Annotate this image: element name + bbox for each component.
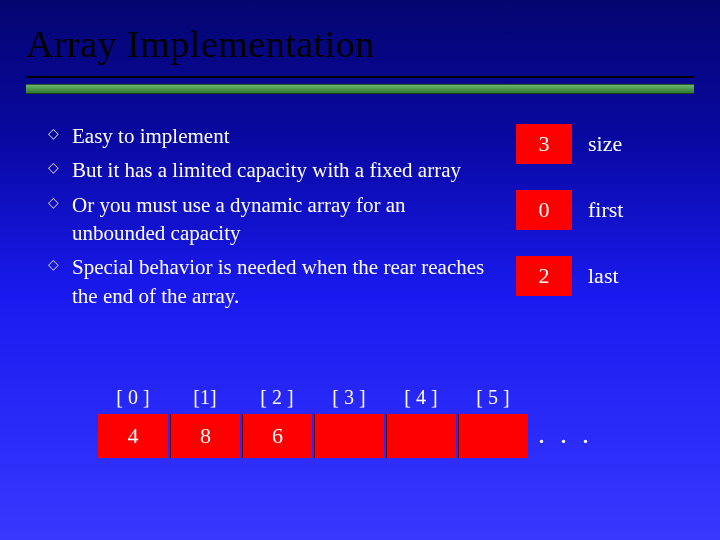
index-label: [1]	[170, 380, 240, 414]
value-label: last	[588, 263, 619, 289]
title-area: Array Implementation	[0, 0, 720, 72]
array-column: [ 3 ]	[314, 380, 384, 458]
array-column: [ 0 ] 4	[98, 380, 168, 458]
title-underline	[26, 76, 694, 78]
accent-bar	[26, 84, 694, 94]
array-cell: 8	[170, 414, 240, 458]
slide-title: Array Implementation	[26, 22, 700, 66]
bullet-item: ◇ Or you must use a dynamic array for an…	[48, 191, 498, 248]
array-column: [ 5 ]	[458, 380, 528, 458]
bullet-item: ◇ But it has a limited capacity with a f…	[48, 156, 498, 184]
bullet-item: ◇ Easy to implement	[48, 122, 498, 150]
ellipsis: . . .	[530, 380, 593, 450]
bullet-text: Or you must use a dynamic array for an u…	[72, 191, 498, 248]
side-row-first: 0 first	[516, 190, 692, 230]
side-row-size: 3 size	[516, 124, 692, 164]
slide: Array Implementation ◇ Easy to implement…	[0, 0, 720, 540]
bullet-icon: ◇	[48, 253, 62, 310]
bullet-item: ◇ Special behavior is needed when the re…	[48, 253, 498, 310]
array-diagram: [ 0 ] 4 [1] 8 [ 2 ] 6 [ 3 ] [ 4 ] [ 5 ] …	[98, 380, 593, 458]
array-cell: 4	[98, 414, 168, 458]
value-box: 3	[516, 124, 572, 164]
bullet-icon: ◇	[48, 156, 62, 184]
index-label: [ 3 ]	[314, 380, 384, 414]
bullet-list: ◇ Easy to implement ◇ But it has a limit…	[48, 122, 498, 322]
value-box: 2	[516, 256, 572, 296]
index-label: [ 2 ]	[242, 380, 312, 414]
array-cell	[314, 414, 384, 458]
value-label: size	[588, 131, 622, 157]
array-cell: 6	[242, 414, 312, 458]
array-cell	[458, 414, 528, 458]
index-label: [ 4 ]	[386, 380, 456, 414]
index-label: [ 5 ]	[458, 380, 528, 414]
value-label: first	[588, 197, 623, 223]
array-column: [1] 8	[170, 380, 240, 458]
content-area: ◇ Easy to implement ◇ But it has a limit…	[0, 94, 720, 322]
bullet-text: Easy to implement	[72, 122, 498, 150]
side-values: 3 size 0 first 2 last	[516, 122, 692, 322]
array-column: [ 2 ] 6	[242, 380, 312, 458]
array-cell	[386, 414, 456, 458]
bullet-text: Special behavior is needed when the rear…	[72, 253, 498, 310]
bullet-icon: ◇	[48, 122, 62, 150]
index-label: [ 0 ]	[98, 380, 168, 414]
value-box: 0	[516, 190, 572, 230]
array-column: [ 4 ]	[386, 380, 456, 458]
side-row-last: 2 last	[516, 256, 692, 296]
bullet-text: But it has a limited capacity with a fix…	[72, 156, 498, 184]
bullet-icon: ◇	[48, 191, 62, 248]
